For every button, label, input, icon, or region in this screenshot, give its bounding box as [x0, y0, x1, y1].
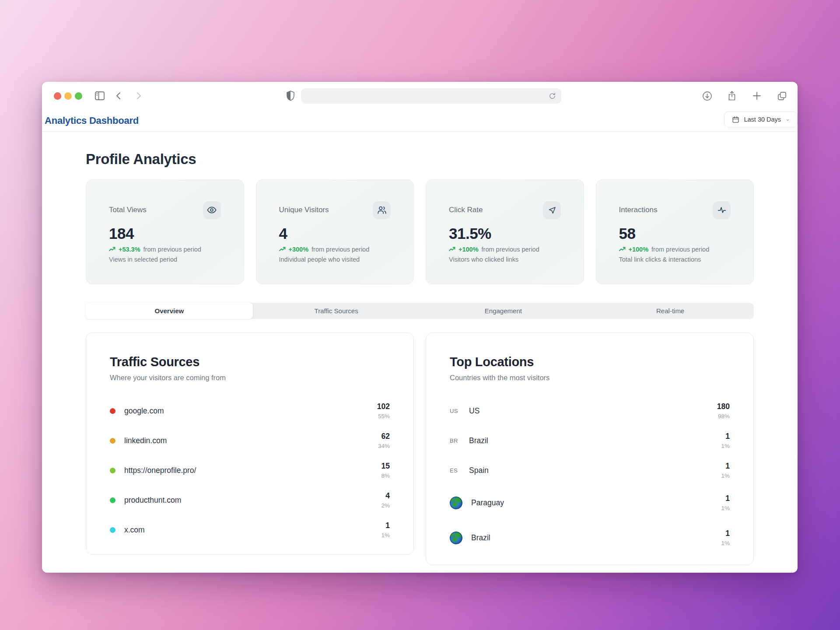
date-range-button[interactable]: Last 30 Days ⌄	[724, 112, 798, 127]
globe-icon	[450, 532, 462, 544]
browser-toolbar	[42, 82, 798, 110]
new-tab-icon[interactable]	[751, 90, 763, 102]
traffic-source-row: linkedin.com 62 34%	[110, 431, 390, 450]
stat-delta: +100%	[629, 246, 649, 253]
stat-delta-suffix: from previous period	[651, 246, 709, 253]
stat-label: Click Rate	[449, 206, 483, 214]
source-name: google.com	[124, 406, 164, 416]
stat-label: Total Views	[109, 206, 147, 214]
chevron-down-icon: ⌄	[785, 116, 790, 122]
source-value: 15	[381, 462, 390, 471]
app-title: Analytics Dashboard	[45, 115, 139, 126]
source-name: https://oneprofile.pro/	[124, 466, 196, 475]
stat-card-total-views: Total Views 184 +53.3% from previous per…	[86, 179, 244, 284]
location-row: ES Spain 1 1%	[450, 461, 730, 480]
traffic-source-row: x.com 1 1%	[110, 520, 390, 539]
traffic-source-row: https://oneprofile.pro/ 15 8%	[110, 461, 390, 480]
stat-description: Total link clicks & interactions	[619, 256, 731, 263]
activity-icon	[713, 201, 731, 219]
source-percent: 8%	[381, 472, 390, 479]
source-value: 102	[377, 402, 390, 411]
download-icon[interactable]	[701, 90, 713, 102]
stat-trend: +100% from previous period	[619, 246, 731, 253]
stat-label: Unique Visitors	[279, 206, 329, 214]
sidebar-toggle-icon[interactable]	[94, 90, 106, 102]
stat-value: 31.5%	[449, 225, 561, 242]
browser-window: Analytics Dashboard Last 30 Days ⌄ Profi…	[42, 82, 798, 573]
stat-description: Views in selected period	[109, 256, 221, 263]
stat-description: Individual people who visited	[279, 256, 391, 263]
stat-delta-suffix: from previous period	[482, 246, 539, 253]
source-name: x.com	[124, 525, 145, 535]
trend-up-icon	[449, 247, 455, 252]
stat-label: Interactions	[619, 206, 658, 214]
analytics-tabs: Overview Traffic Sources Engagement Real…	[86, 303, 754, 319]
close-button[interactable]	[54, 92, 61, 100]
back-icon[interactable]	[113, 90, 125, 102]
source-dot-icon	[110, 497, 116, 503]
tab-real-time[interactable]: Real-time	[587, 303, 754, 319]
app-header: Analytics Dashboard Last 30 Days ⌄	[42, 110, 798, 132]
tab-overview[interactable]: Overview	[86, 303, 253, 319]
stat-value: 4	[279, 225, 391, 242]
stat-value: 184	[109, 225, 221, 242]
stat-card-click-rate: Click Rate 31.5% +100% from previous per…	[426, 179, 584, 284]
stat-card-interactions: Interactions 58 +100% from previous peri…	[596, 179, 754, 284]
source-value: 1	[381, 521, 390, 530]
stat-delta-suffix: from previous period	[144, 246, 201, 253]
location-row: US US 180 98%	[450, 401, 730, 420]
location-row: Paraguay 1 1%	[450, 490, 730, 515]
country-code: ES	[450, 467, 460, 474]
location-percent: 1%	[721, 540, 730, 546]
location-name: Brazil	[469, 436, 488, 445]
trend-up-icon	[619, 247, 626, 252]
share-icon[interactable]	[726, 90, 738, 102]
stat-delta: +100%	[458, 246, 479, 253]
stat-description: Visitors who clicked links	[449, 256, 561, 263]
source-name: producthunt.com	[124, 496, 181, 505]
forward-icon[interactable]	[132, 90, 144, 102]
tab-engagement[interactable]: Engagement	[420, 303, 587, 319]
stat-card-unique-visitors: Unique Visitors 4 +300% from previous pe…	[256, 179, 414, 284]
location-row: BR Brazil 1 1%	[450, 431, 730, 450]
location-value: 1	[721, 432, 730, 441]
tab-traffic-sources[interactable]: Traffic Sources	[253, 303, 420, 319]
location-value: 1	[721, 462, 730, 471]
shield-icon[interactable]	[284, 90, 297, 102]
reload-icon[interactable]	[548, 91, 557, 100]
traffic-lights	[54, 92, 82, 100]
stat-delta-suffix: from previous period	[312, 246, 369, 253]
stat-trend: +300% from previous period	[279, 246, 391, 253]
location-value: 1	[721, 529, 730, 538]
panel-title: Top Locations	[450, 355, 730, 369]
source-dot-icon	[110, 527, 116, 533]
stat-value: 58	[619, 225, 731, 242]
location-name: US	[469, 406, 480, 416]
calendar-icon	[732, 116, 739, 123]
top-locations-panel: Top Locations Countries with the most vi…	[426, 332, 754, 565]
stat-trend: +100% from previous period	[449, 246, 561, 253]
location-value: 180	[717, 402, 730, 411]
stat-delta: +53.3%	[119, 246, 140, 253]
address-bar[interactable]	[301, 88, 561, 104]
source-percent: 2%	[381, 502, 390, 509]
source-percent: 55%	[377, 413, 390, 420]
trend-up-icon	[279, 247, 286, 252]
source-percent: 34%	[378, 443, 390, 449]
trend-up-icon	[109, 247, 116, 252]
source-percent: 1%	[381, 532, 390, 539]
country-code: BR	[450, 438, 460, 444]
tabs-overview-icon[interactable]	[776, 90, 788, 102]
eye-icon	[203, 201, 221, 219]
location-percent: 1%	[721, 472, 730, 479]
source-dot-icon	[110, 408, 116, 414]
source-value: 62	[378, 432, 390, 441]
source-dot-icon	[110, 468, 116, 473]
globe-icon	[450, 497, 462, 509]
zoom-button[interactable]	[75, 92, 82, 100]
stat-cards: Total Views 184 +53.3% from previous per…	[86, 179, 754, 284]
location-percent: 1%	[721, 443, 730, 449]
country-code: US	[450, 408, 460, 414]
traffic-source-row: google.com 102 55%	[110, 401, 390, 420]
minimize-button[interactable]	[64, 92, 72, 100]
